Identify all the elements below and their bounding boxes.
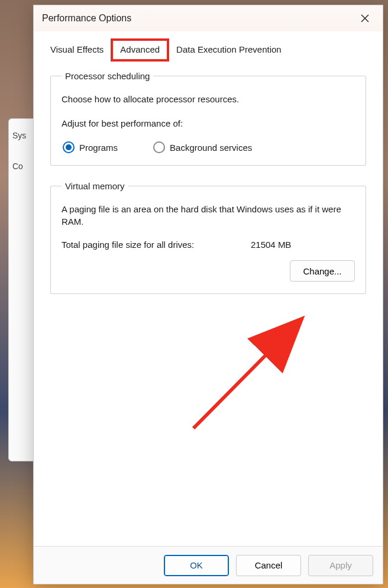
tab-data-execution-prevention[interactable]: Data Execution Prevention — [168, 40, 290, 60]
radio-icon — [153, 141, 165, 153]
tab-visual-effects[interactable]: Visual Effects — [42, 40, 112, 60]
change-button[interactable]: Change... — [290, 260, 355, 282]
apply-button[interactable]: Apply — [308, 555, 373, 576]
radio-icon — [63, 141, 75, 153]
tab-advanced[interactable]: Advanced — [112, 40, 168, 60]
svg-line-3 — [193, 321, 300, 428]
close-icon — [361, 14, 369, 22]
adjust-label: Adjust for best performance of: — [62, 117, 355, 130]
performance-options-dialog: Performance Options Visual Effects Advan… — [33, 5, 383, 584]
tab-strip: Visual Effects Advanced Data Execution P… — [34, 31, 383, 60]
annotation-arrow-icon — [182, 310, 318, 434]
group-legend: Processor scheduling — [62, 71, 153, 81]
title-bar: Performance Options — [34, 5, 383, 31]
ok-button[interactable]: OK — [164, 555, 229, 576]
dialog-title: Performance Options — [42, 13, 131, 24]
radio-background-services[interactable]: Background services — [153, 141, 252, 153]
processor-radio-group: Programs Background services — [62, 141, 355, 153]
radio-label: Background services — [170, 143, 252, 153]
paging-size-row: Total paging file size for all drives: 2… — [62, 240, 355, 250]
dialog-footer: OK Cancel Apply — [34, 546, 383, 584]
radio-programs[interactable]: Programs — [63, 141, 118, 153]
virtualmem-desc: A paging file is an area on the hard dis… — [62, 203, 355, 228]
cancel-button[interactable]: Cancel — [236, 555, 301, 576]
processor-scheduling-group: Processor scheduling Choose how to alloc… — [50, 71, 366, 166]
radio-label: Programs — [79, 143, 118, 153]
close-button[interactable] — [354, 8, 376, 29]
paging-size-label: Total paging file size for all drives: — [62, 240, 251, 250]
tab-content-advanced: Processor scheduling Choose how to alloc… — [34, 60, 383, 546]
processor-desc: Choose how to allocate processor resourc… — [62, 93, 355, 105]
virtual-memory-group: Virtual memory A paging file is an area … — [50, 181, 366, 294]
group-legend: Virtual memory — [62, 181, 128, 191]
paging-size-value: 21504 MB — [251, 240, 291, 250]
